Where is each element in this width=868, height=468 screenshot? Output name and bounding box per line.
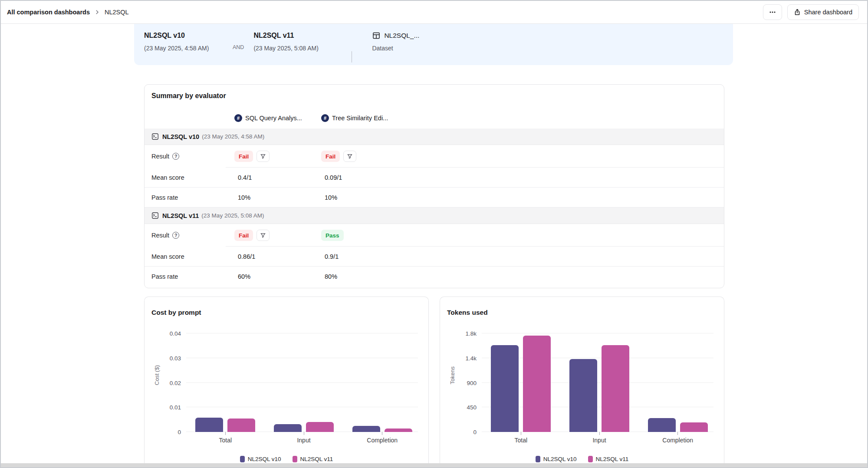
summary-cell: 10%: [234, 194, 321, 201]
summary-title: Summary by evaluator: [151, 92, 717, 100]
row-label: Result?: [151, 232, 234, 239]
bar: [523, 336, 551, 432]
y-axis-label: Cost ($): [154, 365, 160, 385]
y-axis-ticks: 00.010.020.030.04: [162, 319, 186, 432]
bar: [352, 426, 380, 432]
bar: [306, 422, 334, 432]
legend-swatch: [536, 456, 540, 462]
share-icon: [794, 9, 801, 16]
y-tick-label: 0.02: [170, 379, 181, 386]
share-label: Share dashboard: [804, 9, 852, 16]
chart-title: Tokens used: [447, 308, 717, 317]
breadcrumb-root-link[interactable]: All comparison dashboards: [7, 9, 90, 16]
comparison-banner: NL2SQL v10 (23 May 2025, 4:58 AM) AND NL…: [134, 24, 733, 65]
help-icon[interactable]: ?: [172, 153, 179, 160]
legend-item[interactable]: NL2SQL v10: [240, 456, 281, 462]
legend: NL2SQL v10NL2SQL v11: [151, 456, 421, 462]
more-options-button[interactable]: [763, 4, 782, 20]
x-axis-cell: Input: [265, 432, 343, 444]
legend-item[interactable]: NL2SQL v11: [588, 456, 629, 462]
summary-row: Pass rate10%10%: [145, 188, 724, 208]
x-axis-cell: Completion: [638, 432, 717, 444]
result-badge: Pass: [321, 230, 344, 241]
cell-value: 0.9/1: [321, 253, 339, 260]
row-label-text: Result: [151, 153, 169, 160]
x-tick: [304, 432, 304, 435]
summary-cell: Fail: [234, 230, 321, 241]
row-label: Mean score: [151, 253, 234, 260]
y-tick-label: 0: [473, 429, 477, 435]
filter-icon: [347, 153, 353, 159]
hash-icon: #: [321, 114, 329, 122]
experiment-b[interactable]: NL2SQL v11 (23 May 2025, 5:08 AM): [253, 31, 332, 52]
legend-label: NL2SQL v10: [543, 456, 577, 462]
experiment-b-timestamp: (23 May 2025, 5:08 AM): [253, 45, 332, 52]
row-label: Result?: [151, 153, 234, 160]
bar-group: [186, 418, 265, 432]
evaluator-chip[interactable]: #Tree Similarity Edi...: [321, 114, 408, 122]
legend: NL2SQL v10NL2SQL v11: [447, 456, 717, 462]
summary-cell: 0.86/1: [234, 253, 321, 260]
evaluator-chips: #SQL Query Analys...#Tree Similarity Edi…: [145, 112, 724, 124]
tokens-chart-card: Tokens usedTokens04509001.4k1.8kTotalInp…: [440, 297, 724, 468]
legend-swatch: [588, 456, 593, 462]
experiment-a[interactable]: NL2SQL v10 (23 May 2025, 4:58 AM): [144, 31, 223, 52]
dataset-name: NL2SQL_...: [384, 31, 419, 40]
bar: [569, 359, 597, 432]
y-tick-label: 1.4k: [465, 355, 477, 361]
x-tick: [677, 432, 678, 435]
topbar-actions: Share dashboard: [763, 4, 859, 20]
summary-row: Result?FailPass: [145, 224, 724, 247]
summary-cell: Fail: [321, 151, 408, 162]
filter-button[interactable]: [256, 230, 270, 241]
legend-item[interactable]: NL2SQL v11: [293, 456, 333, 462]
y-tick-label: 0.01: [170, 404, 181, 411]
summary-row: Mean score0.86/10.9/1: [145, 247, 724, 267]
y-axis-ticks: 04509001.4k1.8k: [457, 319, 482, 432]
experiment-a-name[interactable]: NL2SQL v10: [144, 31, 223, 40]
x-axis-cell: Completion: [343, 432, 421, 444]
cost-chart-card: Cost by promptCost ($)00.010.020.030.04T…: [144, 297, 429, 468]
y-tick-label: 0.04: [170, 330, 181, 337]
cell-value: 0.4/1: [234, 174, 252, 181]
row-label-text: Result: [151, 232, 169, 239]
bar-group: [560, 345, 639, 432]
dataset-chip[interactable]: NL2SQL_... Dataset: [372, 31, 419, 52]
summary-cell: 80%: [321, 273, 408, 280]
legend-item[interactable]: NL2SQL v10: [536, 456, 577, 462]
result-badge: Fail: [234, 151, 253, 162]
x-axis: TotalInputCompletion: [482, 432, 717, 444]
bar-group: [482, 336, 560, 432]
x-axis-cell: Input: [560, 432, 639, 444]
breadcrumb-current: NL2SQL: [105, 9, 129, 16]
playground-icon: [151, 133, 159, 140]
bar: [680, 422, 708, 432]
share-dashboard-button[interactable]: Share dashboard: [787, 4, 859, 20]
summary-row: Pass rate60%80%: [145, 267, 724, 287]
plot-area: [186, 319, 421, 432]
banner-divider: [352, 51, 352, 63]
y-tick-label: 0: [178, 429, 181, 435]
bar: [195, 418, 223, 432]
experiment-b-name[interactable]: NL2SQL v11: [253, 31, 332, 40]
help-icon[interactable]: ?: [172, 232, 179, 239]
y-tick-label: 0.03: [170, 355, 181, 361]
summary-row: Mean score0.4/10.09/1: [145, 168, 724, 188]
bar-group: [638, 418, 717, 432]
evaluator-chip[interactable]: #SQL Query Analys...: [234, 114, 321, 122]
cell-value: 10%: [321, 194, 337, 201]
filter-icon: [260, 232, 266, 238]
x-tick: [599, 432, 600, 435]
filter-button[interactable]: [256, 151, 270, 162]
legend-label: NL2SQL v10: [248, 456, 281, 462]
row-label-text: Pass rate: [151, 194, 178, 201]
experiment-a-timestamp: (23 May 2025, 4:58 AM): [144, 45, 223, 52]
cell-value: 80%: [321, 273, 337, 280]
filter-button[interactable]: [343, 151, 356, 162]
row-label: Pass rate: [151, 273, 234, 280]
y-tick-label: 900: [467, 379, 477, 386]
bar: [491, 345, 519, 432]
legend-label: NL2SQL v11: [596, 456, 629, 462]
y-axis-label-cell: Cost ($): [151, 319, 162, 432]
bar-group: [265, 422, 343, 432]
